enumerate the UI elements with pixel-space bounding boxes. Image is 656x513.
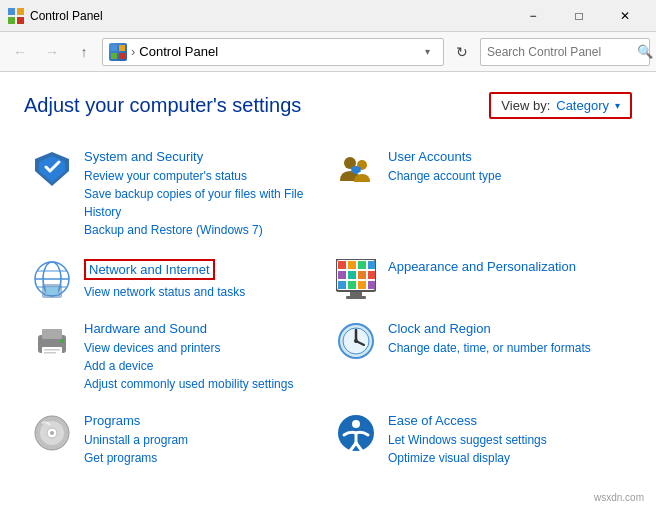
items-grid: System and Security Review your computer… (24, 139, 632, 477)
programs-link-2[interactable]: Get programs (84, 449, 188, 467)
search-input[interactable] (487, 45, 637, 59)
list-item: User Accounts Change account type (328, 139, 632, 249)
svg-rect-24 (338, 271, 346, 279)
network-internet-text: Network and Internet View network status… (84, 259, 245, 301)
network-internet-title[interactable]: Network and Internet (84, 259, 215, 280)
search-icon[interactable]: 🔍 (637, 44, 653, 59)
svg-rect-0 (8, 8, 15, 15)
svg-rect-25 (348, 271, 356, 279)
svg-rect-5 (119, 45, 125, 51)
ease-access-link-2[interactable]: Optimize visual display (388, 449, 547, 467)
user-accounts-title[interactable]: User Accounts (388, 149, 501, 164)
svg-rect-21 (348, 261, 356, 269)
svg-rect-34 (346, 296, 366, 299)
svg-rect-20 (338, 261, 346, 269)
svg-rect-38 (44, 349, 60, 351)
system-security-title[interactable]: System and Security (84, 149, 320, 164)
svg-rect-26 (358, 271, 366, 279)
appearance-icon (336, 259, 376, 299)
app-icon (8, 8, 24, 24)
ease-access-text: Ease of Access Let Windows suggest setti… (388, 413, 547, 467)
hardware-sound-link-2[interactable]: Add a device (84, 357, 293, 375)
programs-text: Programs Uninstall a program Get program… (84, 413, 188, 467)
svg-point-49 (50, 431, 54, 435)
address-dropdown-button[interactable]: ▾ (417, 38, 437, 66)
address-box[interactable]: › Control Panel ▾ (102, 38, 444, 66)
back-button[interactable]: ← (6, 38, 34, 66)
user-accounts-link-1[interactable]: Change account type (388, 167, 501, 185)
system-security-icon (32, 149, 72, 189)
view-by-value[interactable]: Category (556, 98, 609, 113)
network-internet-link-1[interactable]: View network status and tasks (84, 283, 245, 301)
user-accounts-text: User Accounts Change account type (388, 149, 501, 185)
hardware-sound-text: Hardware and Sound View devices and prin… (84, 321, 293, 393)
address-icon (109, 43, 127, 61)
ease-access-icon (336, 413, 376, 453)
title-bar: Control Panel − □ ✕ (0, 0, 656, 32)
maximize-button[interactable]: □ (556, 0, 602, 32)
svg-rect-39 (44, 352, 56, 354)
minimize-button[interactable]: − (510, 0, 556, 32)
appearance-text: Appearance and Personalization (388, 259, 576, 277)
list-item: Clock and Region Change date, time, or n… (328, 311, 632, 403)
close-button[interactable]: ✕ (602, 0, 648, 32)
list-item: Programs Uninstall a program Get program… (24, 403, 328, 477)
clock-region-title[interactable]: Clock and Region (388, 321, 591, 336)
svg-point-51 (352, 420, 360, 428)
svg-rect-2 (8, 17, 15, 24)
user-accounts-icon (336, 149, 376, 189)
programs-title[interactable]: Programs (84, 413, 188, 428)
view-by-selector[interactable]: View by: Category ▾ (489, 92, 632, 119)
svg-rect-30 (358, 281, 366, 289)
programs-icon (32, 413, 72, 453)
svg-rect-1 (17, 8, 24, 15)
system-security-text: System and Security Review your computer… (84, 149, 320, 239)
address-bar: ← → ↑ › Control Panel ▾ ↻ 🔍 (0, 32, 656, 72)
svg-rect-6 (111, 53, 117, 59)
svg-rect-29 (348, 281, 356, 289)
svg-rect-22 (358, 261, 366, 269)
svg-rect-37 (42, 347, 62, 355)
clock-region-icon (336, 321, 376, 361)
window-controls: − □ ✕ (510, 0, 648, 32)
ease-access-title[interactable]: Ease of Access (388, 413, 547, 428)
svg-rect-27 (368, 271, 376, 279)
view-by-label: View by: (501, 98, 550, 113)
list-item: System and Security Review your computer… (24, 139, 328, 249)
svg-rect-7 (119, 53, 125, 59)
svg-point-45 (354, 339, 358, 343)
appearance-title[interactable]: Appearance and Personalization (388, 259, 576, 274)
hardware-sound-link-3[interactable]: Adjust commonly used mobility settings (84, 375, 293, 393)
title-bar-text: Control Panel (30, 9, 510, 23)
system-security-link-2[interactable]: Save backup copies of your files with Fi… (84, 185, 320, 221)
address-crumb-text: Control Panel (139, 44, 218, 59)
page-title: Adjust your computer's settings (24, 94, 301, 117)
watermark: wsxdn.com (590, 490, 648, 505)
svg-rect-36 (42, 329, 62, 339)
forward-button[interactable]: → (38, 38, 66, 66)
main-content: Adjust your computer's settings View by:… (0, 72, 656, 497)
svg-rect-31 (368, 281, 376, 289)
refresh-button[interactable]: ↻ (448, 38, 476, 66)
hardware-sound-title[interactable]: Hardware and Sound (84, 321, 293, 336)
svg-rect-28 (338, 281, 346, 289)
svg-rect-19 (46, 287, 58, 295)
programs-link-1[interactable]: Uninstall a program (84, 431, 188, 449)
svg-rect-23 (368, 261, 376, 269)
svg-rect-4 (111, 45, 117, 51)
list-item: Network and Internet View network status… (24, 249, 328, 311)
clock-region-link-1[interactable]: Change date, time, or number formats (388, 339, 591, 357)
system-security-link-3[interactable]: Backup and Restore (Windows 7) (84, 221, 320, 239)
hardware-sound-link-1[interactable]: View devices and printers (84, 339, 293, 357)
system-security-link-1[interactable]: Review your computer's status (84, 167, 320, 185)
list-item: Ease of Access Let Windows suggest setti… (328, 403, 632, 477)
svg-rect-33 (350, 292, 362, 296)
search-box[interactable]: 🔍 (480, 38, 650, 66)
up-button[interactable]: ↑ (70, 38, 98, 66)
page-header: Adjust your computer's settings View by:… (24, 92, 632, 119)
ease-access-link-1[interactable]: Let Windows suggest settings (388, 431, 547, 449)
view-by-chevron-icon[interactable]: ▾ (615, 100, 620, 111)
clock-region-text: Clock and Region Change date, time, or n… (388, 321, 591, 357)
svg-rect-3 (17, 17, 24, 24)
address-crumb: › Control Panel (131, 44, 417, 59)
